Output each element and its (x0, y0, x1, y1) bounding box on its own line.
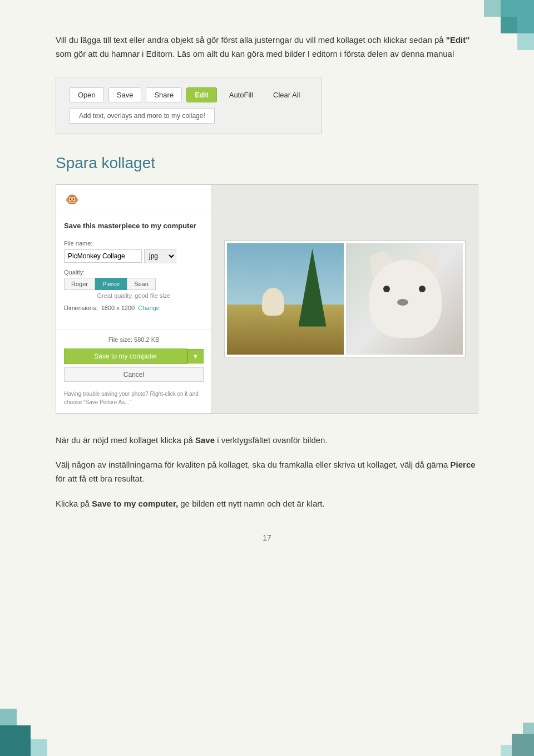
save-to-computer-button[interactable]: Save to my computer (64, 348, 187, 364)
page-number: 17 (56, 533, 478, 542)
quality-pierce[interactable]: Pierce (95, 278, 127, 290)
file-size-text: File size: 580.2 KB (64, 336, 204, 343)
save-dropdown-button[interactable]: ▼ (187, 349, 204, 364)
save-panel-header: 🐵 (56, 185, 211, 214)
collage-photo-1 (227, 243, 344, 355)
collage-photo-2 (346, 243, 463, 355)
section-heading: Spara kollaget (56, 154, 478, 172)
decorative-bottom-left (0, 700, 67, 756)
body-paragraph-3: Klicka på Save to my computer, ge bilden… (56, 497, 478, 511)
trouble-text: Having trouble saving your photo? Right-… (64, 390, 204, 406)
save-panel-footer: File size: 580.2 KB Save to my computer … (56, 329, 211, 413)
autofill-button[interactable]: AutoFill (221, 88, 261, 102)
decorative-top-right (467, 0, 534, 67)
share-button[interactable]: Share (146, 87, 182, 102)
cancel-button[interactable]: Cancel (64, 367, 204, 382)
quality-row: Quality: Roger Pierce Sean Great quality… (64, 269, 204, 299)
file-name-row: File name: jpg png (64, 240, 204, 263)
monkey-icon: 🐵 (64, 192, 80, 207)
file-ext-select[interactable]: jpg png (144, 249, 176, 263)
file-name-label: File name: (64, 240, 204, 247)
edit-button[interactable]: Edit (186, 87, 217, 102)
body-paragraph-1: När du är nöjd med kollaget klicka på Sa… (56, 434, 478, 448)
quality-roger[interactable]: Roger (64, 278, 95, 290)
decorative-bottom-right (490, 711, 534, 756)
change-dimensions-link[interactable]: Change (138, 305, 160, 311)
save-button[interactable]: Save (108, 87, 142, 102)
clear-all-button[interactable]: Clear All (265, 88, 308, 102)
quality-description: Great quality, good file size (64, 292, 204, 299)
quality-buttons: Roger Pierce Sean (64, 278, 204, 290)
intro-paragraph: Vill du lägga till text eller andra obje… (56, 33, 478, 61)
save-dialog-screenshot: 🐵 Save this masterpiece to my computer F… (56, 184, 478, 414)
save-computer-btn-group: Save to my computer ▼ (64, 348, 204, 364)
body-paragraph-2: Välj någon av inställningarna för kvalit… (56, 458, 478, 486)
quality-sean[interactable]: Sean (127, 278, 156, 290)
toolbar-buttons: Open Save Share Edit AutoFill Clear All (70, 87, 308, 102)
file-name-input[interactable] (64, 249, 142, 263)
toolbar-message: Add text, overlays and more to my collag… (70, 108, 215, 124)
toolbar-mockup: Open Save Share Edit AutoFill Clear All … (56, 77, 322, 134)
save-panel-body: Save this masterpiece to my computer Fil… (56, 214, 211, 329)
quality-label: Quality: (64, 269, 204, 276)
collage-preview (224, 240, 466, 357)
save-panel: 🐵 Save this masterpiece to my computer F… (56, 185, 212, 413)
dimensions-row: Dimensions: 1800 x 1200 Change (64, 305, 204, 311)
open-button[interactable]: Open (70, 87, 104, 102)
save-panel-title: Save this masterpiece to my computer (64, 221, 204, 231)
preview-panel (212, 185, 478, 413)
